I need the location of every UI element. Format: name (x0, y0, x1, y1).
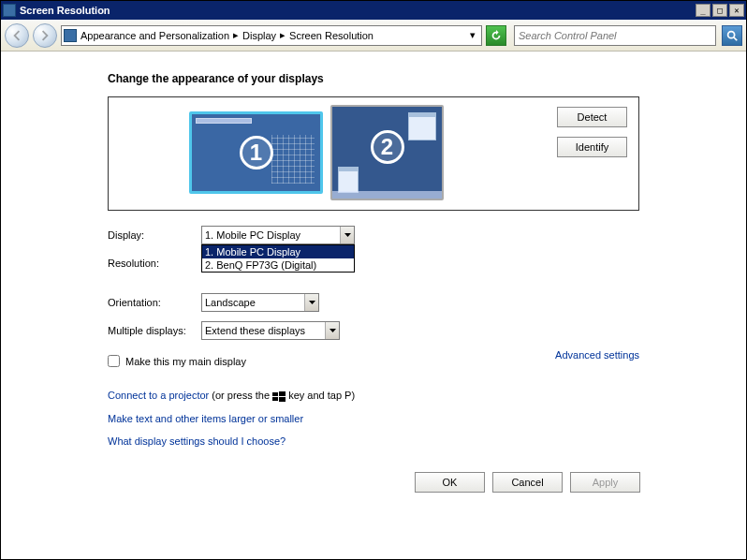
back-button[interactable] (5, 23, 29, 48)
main-display-checkbox[interactable] (108, 355, 120, 367)
monitor-2[interactable]: 2 (330, 105, 444, 200)
titlebar: Screen Resolution _ □ ✕ (1, 1, 746, 20)
monitor-1[interactable]: 1 (189, 105, 323, 200)
windows-key-icon (272, 391, 286, 402)
main-display-row: Make this my main display (108, 355, 246, 367)
svg-rect-4 (272, 397, 278, 401)
apply-button: Apply (570, 472, 640, 493)
multiple-displays-label: Multiple displays: (108, 325, 201, 336)
projector-suffix-1: (or press the (212, 390, 272, 401)
breadcrumb-sep-icon: ▸ (280, 29, 286, 41)
orientation-row: Orientation: Landscape (108, 293, 639, 312)
display-side-buttons: Detect Identify (557, 107, 627, 157)
close-button[interactable]: ✕ (729, 4, 744, 17)
cancel-button[interactable]: Cancel (492, 472, 563, 493)
breadcrumb-sep-icon: ▸ (233, 29, 239, 41)
chevron-down-icon (304, 294, 318, 311)
display-row: Display: 1. Mobile PC Display 1. Mobile … (108, 226, 639, 244)
multiple-displays-dropdown-value: Extend these displays (205, 325, 305, 336)
page-title: Change the appearance of your displays (108, 72, 639, 85)
search-box[interactable] (514, 25, 716, 46)
which-settings-link[interactable]: What display settings should I choose? (108, 435, 286, 447)
projector-line: Connect to a projector (or press the key… (108, 390, 639, 402)
monitors: 1 2 (189, 105, 444, 200)
orientation-dropdown-value: Landscape (205, 297, 256, 308)
svg-rect-3 (279, 391, 286, 396)
breadcrumb-item[interactable]: Appearance and Personalization (81, 30, 229, 41)
titlebar-left: Screen Resolution (3, 4, 110, 17)
display-option-2[interactable]: 2. BenQ FP73G (Digital) (202, 258, 354, 272)
svg-line-1 (734, 37, 738, 40)
orientation-dropdown[interactable]: Landscape (201, 293, 319, 312)
breadcrumb-item[interactable]: Screen Resolution (289, 30, 374, 41)
detect-button[interactable]: Detect (557, 107, 627, 127)
connect-projector-link[interactable]: Connect to a projector (108, 390, 209, 401)
address-icon (64, 29, 77, 42)
multiple-displays-row: Multiple displays: Extend these displays (108, 321, 639, 340)
minimize-button[interactable]: _ (696, 4, 710, 17)
breadcrumb-item[interactable]: Display (242, 30, 276, 41)
window-buttons: _ □ ✕ (696, 4, 744, 17)
svg-rect-2 (272, 392, 278, 396)
search-input[interactable] (519, 30, 711, 41)
text-size-link[interactable]: Make text and other items larger or smal… (108, 413, 303, 424)
svg-rect-5 (279, 397, 286, 402)
ok-button[interactable]: OK (415, 472, 485, 493)
display-option-1[interactable]: 1. Mobile PC Display (202, 245, 354, 258)
display-dropdown[interactable]: 1. Mobile PC Display (201, 226, 355, 244)
content-area: Change the appearance of your displays 1… (1, 52, 746, 447)
refresh-button[interactable] (486, 25, 506, 46)
address-dropdown-icon[interactable]: ▾ (466, 29, 479, 41)
forward-button[interactable] (33, 23, 57, 48)
window-icon (3, 4, 16, 17)
display-dropdown-value: 1. Mobile PC Display (205, 229, 300, 241)
options-row: Make this my main display Advanced setti… (108, 349, 639, 367)
advanced-settings-link[interactable]: Advanced settings (555, 349, 639, 361)
identify-button[interactable]: Identify (557, 137, 627, 157)
address-bar[interactable]: Appearance and Personalization ▸ Display… (61, 25, 482, 46)
navbar: Appearance and Personalization ▸ Display… (1, 20, 746, 52)
orientation-label: Orientation: (108, 297, 201, 308)
maximize-button[interactable]: □ (712, 4, 727, 17)
projector-suffix-2: key and tap P) (288, 390, 355, 401)
resolution-label: Resolution: (108, 258, 201, 269)
main-display-label: Make this my main display (125, 356, 246, 367)
display-dropdown-list: 1. Mobile PC Display 2. BenQ FP73G (Digi… (201, 244, 355, 273)
resolution-row: Resolution: (108, 254, 639, 273)
footer-buttons: OK Cancel Apply (415, 472, 640, 493)
display-arrangement-area[interactable]: 1 2 Detect Identify (108, 96, 639, 211)
search-button[interactable] (722, 25, 742, 46)
svg-point-0 (728, 31, 735, 37)
monitor-2-badge: 2 (371, 130, 404, 164)
chevron-down-icon (340, 227, 354, 243)
monitor-1-badge: 1 (240, 136, 273, 169)
display-label: Display: (108, 229, 201, 241)
chevron-down-icon (325, 322, 339, 339)
window-title: Screen Resolution (20, 5, 110, 16)
multiple-displays-dropdown[interactable]: Extend these displays (201, 321, 340, 340)
